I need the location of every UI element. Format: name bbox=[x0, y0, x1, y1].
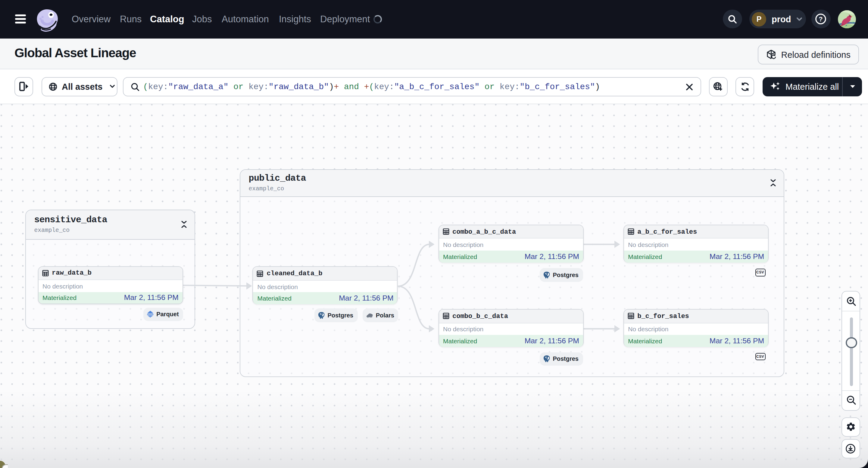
svg-text:?: ? bbox=[819, 15, 823, 23]
